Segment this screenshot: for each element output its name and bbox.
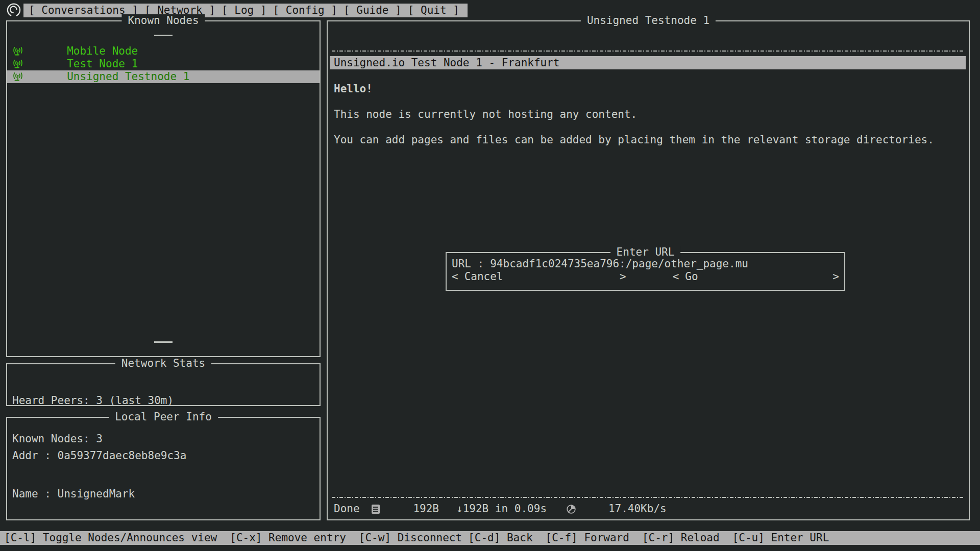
shortcut-reload: [C-r] Reload <box>642 532 720 544</box>
shortcut-enter-url: [C-u] Enter URL <box>732 532 829 544</box>
nomadnet-logo-icon <box>6 3 21 18</box>
node-list-item-unsigned-testnode-1[interactable]: Unsigned Testnode 1 <box>7 70 320 83</box>
url-input[interactable]: URL : 94bcadf1c024735ea796:/page/other_p… <box>452 258 839 270</box>
network-stats-panel: Network Stats Heard Peers: 3 (last 30m) … <box>6 363 321 406</box>
menu-item-guide[interactable]: [ Guide ] <box>344 4 402 17</box>
shortcut-forward: [C-f] Forward <box>546 532 629 544</box>
peer-addr: Addr : 0a59377daec8eb8e9c3a <box>12 449 314 462</box>
status-speed: 17.40Kb/s <box>608 503 667 515</box>
status-state: Done <box>334 503 360 515</box>
node-label: Mobile Node <box>67 45 138 58</box>
page-size-icon <box>371 479 410 540</box>
network-stats-title: Network Stats <box>115 357 211 370</box>
menu-item-log[interactable]: [ Log ] <box>222 4 267 17</box>
divider <box>332 497 965 498</box>
go-button[interactable]: < Go > <box>673 270 839 283</box>
cancel-button[interactable]: < Cancel > <box>452 270 626 283</box>
menu-item-quit[interactable]: [ Quit ] <box>408 4 459 17</box>
page-text-line: You can add pages and files can be added… <box>334 134 934 146</box>
page-heading: Unsigned.io Test Node 1 - Frankfurt <box>330 56 966 69</box>
page-greeting: Hello! <box>334 83 373 95</box>
browser-title: Unsigned Testnode 1 <box>581 14 716 27</box>
url-input-value: 94bcadf1c024735ea796:/page/other_page.mu <box>490 258 748 270</box>
local-peer-info-panel: Local Peer Info Addr : 0a59377daec8eb8e9… <box>6 417 321 520</box>
divider <box>332 51 965 52</box>
shortcut-disconnect: [C-w] Disconnect <box>359 532 462 544</box>
button-left-cap: < <box>452 270 458 283</box>
button-left-cap: < <box>673 270 679 283</box>
browser-status-bar: Done 192B ↓192B in 0.09s 17.40Kb/s <box>334 503 667 515</box>
scroll-indicator-top <box>154 35 173 36</box>
shortcut-bar: [C-l] Toggle Nodes/Announces view [C-x] … <box>0 531 980 545</box>
speed-gauge-icon <box>566 479 605 540</box>
shortcut-back: [C-d] Back <box>468 532 532 544</box>
page-text-line: This node is currently not hosting any c… <box>334 108 637 121</box>
status-size: 192B <box>413 503 439 515</box>
menu-item-config[interactable]: [ Config ] <box>273 4 337 17</box>
local-peer-info-title: Local Peer Info <box>109 411 218 423</box>
button-right-cap: > <box>620 270 626 283</box>
menu-bar: [ Conversations ] [ Network ] [ Log ] [ … <box>23 4 468 17</box>
peer-name: Name : UnsignedMark <box>12 488 314 500</box>
shortcut-toggle-view: [C-l] Toggle Nodes/Announces view <box>4 532 217 544</box>
node-antenna-icon <box>11 46 63 108</box>
button-right-cap: > <box>832 270 839 283</box>
known-nodes-title: Known Nodes <box>121 14 205 27</box>
heard-peers-stat: Heard Peers: 3 (last 30m) <box>12 394 314 407</box>
shortcut-remove-entry: [C-x] Remove entry <box>230 532 346 544</box>
enter-url-dialog: Enter URL URL : 94bcadf1c024735ea796:/pa… <box>446 252 845 291</box>
known-nodes-panel: Known Nodes Mobile Node <box>6 20 321 357</box>
scroll-indicator-bottom <box>154 341 173 343</box>
node-label: Unsigned Testnode 1 <box>67 70 189 83</box>
url-input-label: URL : <box>452 258 484 270</box>
node-label: Test Node 1 <box>67 58 138 70</box>
status-transfer: ↓192B in 0.09s <box>456 503 547 515</box>
enter-url-dialog-title: Enter URL <box>610 246 681 259</box>
node-list: Mobile Node Test Node 1 <box>7 45 320 83</box>
